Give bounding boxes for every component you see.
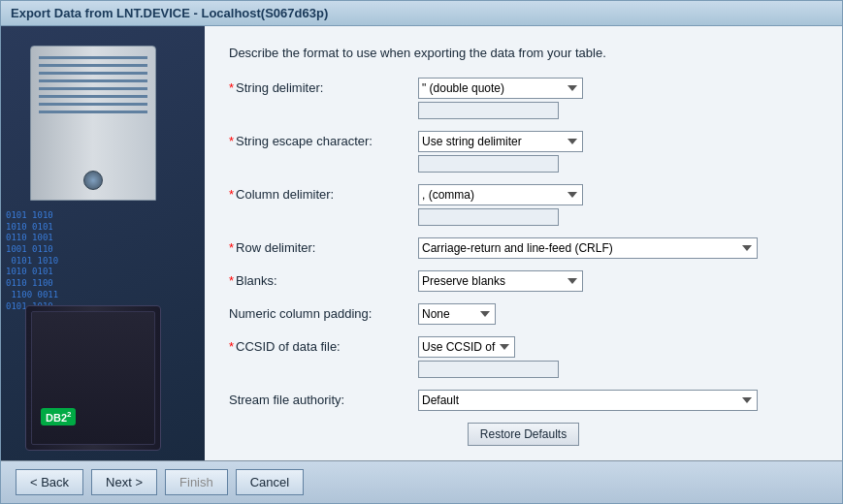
column-delimiter-row: *Column delimiter: , (comma) ; (semicolo… [229, 184, 818, 226]
ccsid-label: *CCSID of data file: [229, 336, 418, 354]
blanks-field: Preserve blanks Trim blanks None [418, 270, 583, 292]
ccsid-text-input[interactable] [418, 361, 559, 378]
column-delimiter-label: *Column delimiter: [229, 184, 418, 202]
back-button[interactable]: < Back [16, 469, 83, 495]
ccsid-field: Use CCSID of the job Other [418, 336, 559, 378]
row-delimiter-label: *Row delimiter: [229, 237, 418, 255]
db2-badge: DB2 [41, 408, 76, 425]
string-escape-label: *String escape character: [229, 131, 418, 148]
image-panel-inner: 0101 1010 1010 0101 0110 1001 1001 0110 … [1, 26, 205, 460]
server-top-image [30, 46, 156, 201]
blanks-label: *Blanks: [229, 270, 418, 288]
form-panel: Describe the format to use when exportin… [205, 26, 842, 460]
stream-file-authority-field: Default Other [418, 390, 758, 411]
ccsid-row: *CCSID of data file: Use CCSID of the jo… [229, 336, 818, 378]
restore-defaults-button[interactable]: Restore Defaults [468, 423, 579, 446]
blanks-select[interactable]: Preserve blanks Trim blanks None [418, 270, 583, 292]
stream-file-authority-select[interactable]: Default Other [418, 390, 758, 411]
title-bar: Export Data from LNT.DEVICE - Localhost(… [1, 1, 842, 26]
restore-defaults-section: Restore Defaults [229, 423, 818, 446]
string-delimiter-select[interactable]: " (double quote) ' (single quote) None O… [418, 78, 583, 99]
required-star-3: * [229, 187, 234, 202]
column-delimiter-select[interactable]: , (comma) ; (semicolon) Tab Other [418, 184, 583, 205]
string-escape-row: *String escape character: Use string del… [229, 131, 818, 173]
stream-file-authority-label: Stream file authority: [229, 390, 418, 407]
column-delimiter-text-input[interactable] [418, 208, 559, 226]
window-title: Export Data from LNT.DEVICE - Localhost(… [11, 6, 328, 20]
string-escape-field: Use string delimiter None Other [418, 131, 583, 173]
string-escape-text-input[interactable] [418, 155, 559, 173]
image-panel: 0101 1010 1010 0101 0110 1001 1001 0110 … [1, 26, 205, 460]
required-star-5: * [229, 273, 234, 288]
finish-button[interactable]: Finish [165, 469, 228, 495]
string-delimiter-field: " (double quote) ' (single quote) None O… [418, 78, 583, 119]
required-star-4: * [229, 240, 234, 255]
required-star-6: * [229, 339, 234, 354]
string-escape-select[interactable]: Use string delimiter None Other [418, 131, 583, 152]
row-delimiter-field: Carriage-return and line-feed (CRLF) Lin… [418, 237, 758, 259]
form-description: Describe the format to use when exportin… [229, 46, 818, 60]
numeric-padding-select[interactable]: None Left Right [418, 303, 496, 325]
server-bottom-image: DB2 [25, 305, 161, 451]
main-window: Export Data from LNT.DEVICE - Localhost(… [0, 0, 843, 504]
server-disc [83, 171, 103, 190]
cancel-button[interactable]: Cancel [236, 469, 304, 495]
row-delimiter-select[interactable]: Carriage-return and line-feed (CRLF) Lin… [418, 237, 758, 259]
next-button[interactable]: Next > [91, 469, 157, 495]
required-star-2: * [229, 134, 234, 148]
blanks-row: *Blanks: Preserve blanks Trim blanks Non… [229, 270, 818, 292]
string-delimiter-row: *String delimiter: " (double quote) ' (s… [229, 78, 818, 119]
stream-file-authority-row: Stream file authority: Default Other [229, 390, 818, 411]
numeric-padding-label: Numeric column padding: [229, 303, 418, 321]
row-delimiter-row: *Row delimiter: Carriage-return and line… [229, 237, 818, 259]
string-delimiter-text-input[interactable] [418, 102, 559, 119]
numeric-padding-field: None Left Right [418, 303, 496, 325]
footer-bar: < Back Next > Finish Cancel [1, 460, 842, 503]
column-delimiter-field: , (comma) ; (semicolon) Tab Other [418, 184, 583, 226]
main-content: 0101 1010 1010 0101 0110 1001 1001 0110 … [1, 26, 842, 460]
string-delimiter-label: *String delimiter: [229, 78, 418, 95]
numeric-padding-row: Numeric column padding: None Left Right [229, 303, 818, 325]
ccsid-select[interactable]: Use CCSID of the job Other [418, 336, 515, 358]
required-star: * [229, 80, 234, 95]
